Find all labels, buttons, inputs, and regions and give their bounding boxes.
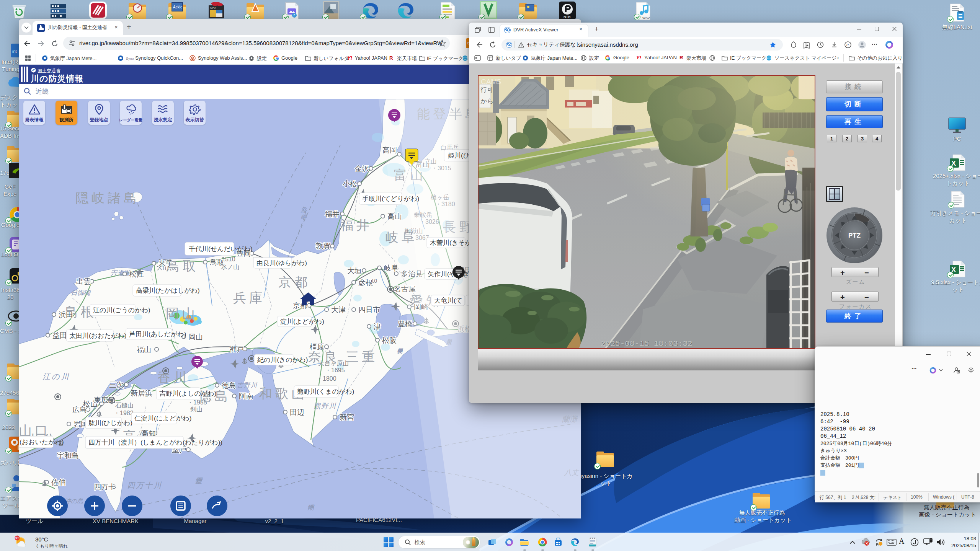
svg-text:兵庫: 兵庫 <box>233 290 265 305</box>
svg-text:(おおいたがわ): (おおいたがわ) <box>20 439 64 446</box>
svg-text:大垣: 大垣 <box>347 267 362 275</box>
svg-text:沖の島: 沖の島 <box>65 498 83 504</box>
svg-text:松阪: 松阪 <box>382 336 397 344</box>
svg-text:広島: 広島 <box>72 406 87 414</box>
svg-text:9+: 9+ <box>15 536 19 540</box>
svg-text:隠岐諸島: 隠岐諸島 <box>75 191 140 205</box>
svg-text:岡山: 岡山 <box>188 333 203 341</box>
svg-text:徳島: 徳島 <box>222 381 236 390</box>
svg-text:芦田川(あしだがわ): 芦田川(あしだがわ) <box>129 331 186 338</box>
svg-text:淀川(よどがわ): 淀川(よどがわ) <box>280 318 324 325</box>
svg-text:新居浜: 新居浜 <box>131 389 152 397</box>
svg-text:熊野川: 熊野川 <box>314 402 336 410</box>
svg-text:石鎚山: 石鎚山 <box>115 402 134 409</box>
svg-text:福山: 福山 <box>137 346 151 354</box>
svg-text:e: e <box>846 42 849 47</box>
svg-text:・1800: ・1800 <box>317 375 336 382</box>
svg-text:三重: 三重 <box>346 349 378 364</box>
svg-text:CPU: CPU <box>210 6 216 10</box>
svg-text:大津: 大津 <box>331 306 346 314</box>
svg-text:福井: 福井 <box>340 218 372 232</box>
svg-text:京都: 京都 <box>278 275 310 289</box>
svg-text:彦根: 彦根 <box>358 279 373 287</box>
svg-text:出雲: 出雲 <box>76 277 91 285</box>
svg-text:・1982: ・1982 <box>114 410 134 416</box>
svg-text:千代川(せんだいがわ): 千代川(せんだいがわ) <box>189 245 253 253</box>
svg-text:四万十: 四万十 <box>94 483 116 491</box>
svg-text:浜田: 浜田 <box>59 311 73 319</box>
svg-text:太田川(おおたがわ): 太田川(おおたがわ) <box>69 332 126 339</box>
svg-text:紀の川(きのかわ): 紀の川(きのかわ) <box>257 356 308 364</box>
svg-text:田辺: 田辺 <box>290 408 304 416</box>
svg-text:Ackie: Ackie <box>173 5 183 9</box>
svg-text:敦賀: 敦賀 <box>316 242 330 250</box>
svg-text:益田: 益田 <box>52 331 67 339</box>
svg-text:由良川(ゆらがわ): 由良川(ゆらがわ) <box>256 259 307 267</box>
svg-text:PTZ: PTZ <box>848 232 861 239</box>
svg-text:熊野川(くまのがわ): 熊野川(くまのがわ) <box>297 388 354 395</box>
svg-text:天竜川(て: 天竜川(て <box>434 297 462 304</box>
svg-text:大台ヶ原山: 大台ヶ原山 <box>318 360 349 367</box>
svg-text:int: int <box>12 49 17 54</box>
svg-text:佐伯: 佐伯 <box>51 478 66 486</box>
svg-text:WAV: WAV <box>642 16 650 20</box>
svg-text:吉野川: 吉野川 <box>237 382 258 388</box>
svg-text:剣山: 剣山 <box>190 406 203 412</box>
svg-text:肱川(ひじかわ): 肱川(ひじかわ) <box>88 419 132 427</box>
svg-text:潮岬: 潮岬 <box>307 504 314 511</box>
svg-text:宇和島: 宇和島 <box>57 452 79 460</box>
svg-text:神戸: 神戸 <box>229 345 244 353</box>
svg-text:岡山: 岡山 <box>166 306 198 321</box>
svg-text:NTR: NTR <box>564 15 571 19</box>
svg-text:手取川(てどりがわ): 手取川(てどりがわ) <box>362 195 419 202</box>
svg-text:新宮: 新宮 <box>340 413 354 421</box>
svg-text:・1955: ・1955 <box>187 399 207 406</box>
svg-text:・1695: ・1695 <box>325 367 345 373</box>
svg-text:室戸岬: 室戸岬 <box>194 477 202 484</box>
svg-text:小松: 小松 <box>343 180 357 188</box>
svg-text:江の川: 江の川 <box>42 372 70 381</box>
svg-text:福井: 福井 <box>325 210 340 218</box>
svg-text:宍道湖: 宍道湖 <box>111 269 131 277</box>
svg-text:高梁川(たかはしがわ): 高梁川(たかはしがわ) <box>136 287 200 294</box>
svg-text:日御碕: 日御碕 <box>71 289 91 297</box>
svg-text:四日市: 四日市 <box>358 306 380 314</box>
svg-text:米子: 米子 <box>158 259 173 267</box>
svg-text:江の川(ごうのかわ): 江の川(ごうのかわ) <box>93 306 150 314</box>
svg-text:橿原: 橿原 <box>309 343 324 351</box>
svg-text:四万十川: 四万十川 <box>127 481 162 489</box>
svg-text:吉野川(よしのがわ): 吉野川(よしのがわ) <box>159 390 216 397</box>
svg-text:岐阜: 岐阜 <box>384 264 399 272</box>
svg-text:鳥取: 鳥取 <box>209 258 224 266</box>
svg-text:阿南: 阿南 <box>239 392 253 400</box>
svg-text:三次: 三次 <box>109 381 124 389</box>
svg-text:仁淀川(によどがわ): 仁淀川(によどがわ) <box>134 415 191 422</box>
svg-text:津: 津 <box>374 323 381 331</box>
svg-text:香川: 香川 <box>157 370 189 385</box>
svg-text:金沢: 金沢 <box>355 165 369 173</box>
svg-text:四万十川（渡川）(しまんとがわ(わたりがわ)): 四万十川（渡川）(しまんとがわ(わたりがわ)) <box>88 439 222 446</box>
